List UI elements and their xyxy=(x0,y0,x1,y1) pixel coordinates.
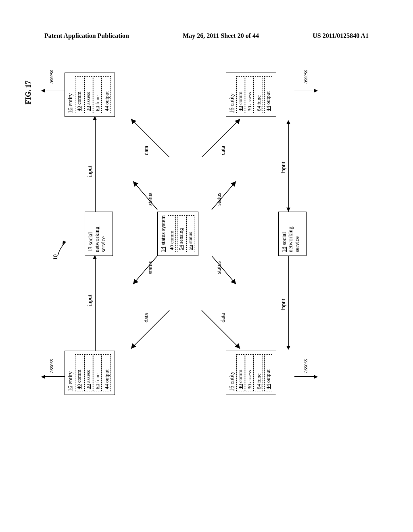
data-label-br: data xyxy=(220,146,226,155)
svg-line-7 xyxy=(212,181,236,210)
header-left: Patent Application Publication xyxy=(44,32,129,39)
input-label-tl: input xyxy=(87,295,93,306)
svg-marker-4 xyxy=(133,181,138,187)
svg-line-5 xyxy=(212,256,236,284)
svg-line-11 xyxy=(131,119,169,157)
assess-label-tr: assess xyxy=(48,70,55,83)
entity-box-top-left: 16 entity 40 comm 30 assess 64 func 44 o… xyxy=(65,351,115,395)
social-service-top: 18 social networking service xyxy=(85,212,113,256)
input-label-bl: input xyxy=(280,299,287,310)
svg-marker-2 xyxy=(133,279,138,284)
header-center: May 26, 2011 Sheet 20 of 44 xyxy=(183,32,259,39)
data-label-tr: data xyxy=(143,146,150,155)
status-system-box: 14 status system 40 comm 54 sensing 56 s… xyxy=(157,212,198,256)
status-label-dr: status xyxy=(216,193,222,206)
status-arrow-dr xyxy=(210,175,242,216)
status-arrow-ur xyxy=(127,175,159,216)
svg-line-3 xyxy=(133,181,157,210)
status-label-ur: status xyxy=(147,193,154,206)
patent-diagram: FIG. 17 10 16 entity 40 comm 30 assess 6… xyxy=(36,69,367,399)
svg-marker-8 xyxy=(231,181,236,187)
data-arrow-tl xyxy=(125,302,173,355)
status-arrow-ul xyxy=(127,250,159,290)
data-arrow-tr xyxy=(125,113,173,165)
status-arrow-dl xyxy=(210,250,242,290)
data-arrow-br xyxy=(198,113,246,165)
data-arrow-bl xyxy=(198,302,246,355)
svg-marker-6 xyxy=(231,279,236,284)
input-label-br: input xyxy=(280,162,287,173)
status-label-dl: status xyxy=(216,261,222,274)
status-label-ul: status xyxy=(147,261,154,274)
header-right: US 2011/0125840 A1 xyxy=(313,32,369,39)
svg-line-1 xyxy=(133,256,157,284)
social-service-bottom: 18 social networking service xyxy=(278,212,307,256)
data-label-tl: data xyxy=(143,313,150,322)
entity-box-bottom-right: 16 entity 40 comm 30 assess 64 func 44 o… xyxy=(226,73,276,117)
assess-label-tl: assess xyxy=(48,359,55,373)
entity-box-top-right: 16 entity 40 comm 30 assess 64 func 44 o… xyxy=(65,73,115,117)
assess-label-br: assess xyxy=(302,70,309,83)
data-label-bl: data xyxy=(220,313,226,322)
svg-line-9 xyxy=(131,310,169,349)
system-ref-arrow xyxy=(56,236,68,256)
entity-box-bottom-left: 16 entity 40 comm 30 assess 64 func 44 o… xyxy=(226,351,276,395)
figure-label: FIG. 17 xyxy=(24,81,33,104)
page-header: Patent Application Publication May 26, 2… xyxy=(44,32,369,39)
input-label-tr: input xyxy=(87,166,93,177)
assess-label-bl: assess xyxy=(302,359,309,373)
